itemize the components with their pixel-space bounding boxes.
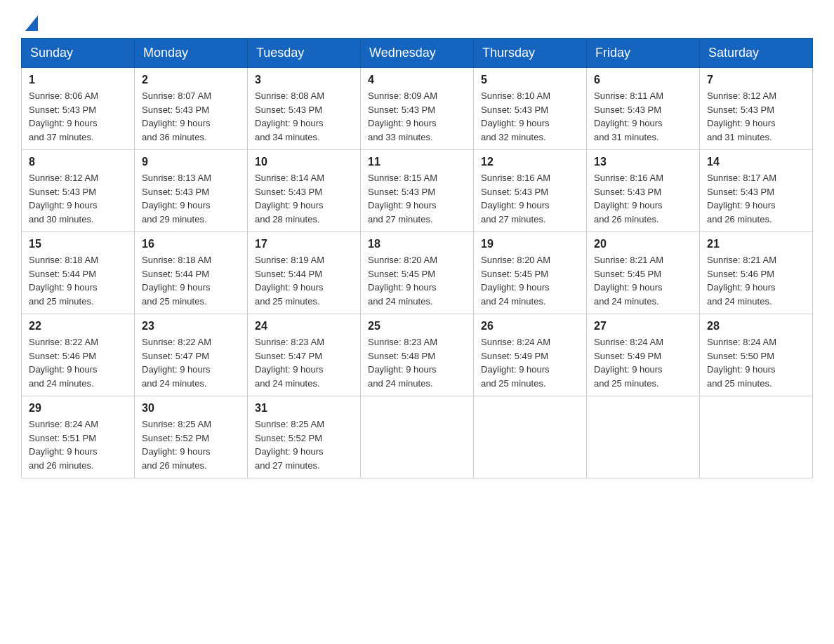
- day-info: Sunrise: 8:24 AMSunset: 5:50 PMDaylight:…: [707, 335, 805, 390]
- calendar-cell: 17 Sunrise: 8:19 AMSunset: 5:44 PMDaylig…: [248, 232, 361, 314]
- calendar-cell: 13 Sunrise: 8:16 AMSunset: 5:43 PMDaylig…: [587, 150, 700, 232]
- day-number: 28: [707, 320, 805, 333]
- day-number: 18: [368, 238, 466, 250]
- calendar-cell: 16 Sunrise: 8:18 AMSunset: 5:44 PMDaylig…: [135, 232, 248, 314]
- calendar-cell: 9 Sunrise: 8:13 AMSunset: 5:43 PMDayligh…: [135, 150, 248, 232]
- day-number: 22: [29, 320, 127, 333]
- day-number: 30: [142, 402, 240, 415]
- column-header-monday: Monday: [135, 39, 248, 68]
- page-header: [21, 14, 813, 25]
- day-info: Sunrise: 8:16 AMSunset: 5:43 PMDaylight:…: [481, 171, 579, 226]
- day-info: Sunrise: 8:21 AMSunset: 5:46 PMDaylight:…: [707, 253, 805, 308]
- calendar-week-5: 29 Sunrise: 8:24 AMSunset: 5:51 PMDaylig…: [22, 396, 813, 478]
- day-number: 5: [481, 74, 579, 86]
- day-info: Sunrise: 8:24 AMSunset: 5:51 PMDaylight:…: [29, 417, 127, 472]
- calendar-cell: [361, 396, 474, 478]
- day-info: Sunrise: 8:19 AMSunset: 5:44 PMDaylight:…: [255, 253, 353, 308]
- day-info: Sunrise: 8:18 AMSunset: 5:44 PMDaylight:…: [142, 253, 240, 308]
- column-header-sunday: Sunday: [22, 39, 135, 68]
- day-info: Sunrise: 8:12 AMSunset: 5:43 PMDaylight:…: [707, 89, 805, 144]
- day-number: 2: [142, 74, 240, 86]
- calendar-cell: 30 Sunrise: 8:25 AMSunset: 5:52 PMDaylig…: [135, 396, 248, 478]
- calendar-week-4: 22 Sunrise: 8:22 AMSunset: 5:46 PMDaylig…: [22, 314, 813, 396]
- column-header-wednesday: Wednesday: [361, 39, 474, 68]
- day-number: 23: [142, 320, 240, 333]
- day-number: 6: [594, 74, 692, 86]
- day-info: Sunrise: 8:24 AMSunset: 5:49 PMDaylight:…: [481, 335, 579, 390]
- day-info: Sunrise: 8:10 AMSunset: 5:43 PMDaylight:…: [481, 89, 579, 144]
- day-number: 4: [368, 74, 466, 86]
- calendar-cell: 3 Sunrise: 8:08 AMSunset: 5:43 PMDayligh…: [248, 68, 361, 150]
- calendar-cell: 7 Sunrise: 8:12 AMSunset: 5:43 PMDayligh…: [700, 68, 813, 150]
- calendar-cell: [474, 396, 587, 478]
- day-number: 24: [255, 320, 353, 333]
- day-number: 25: [368, 320, 466, 333]
- day-number: 15: [29, 238, 127, 250]
- day-number: 17: [255, 238, 353, 250]
- calendar-cell: 26 Sunrise: 8:24 AMSunset: 5:49 PMDaylig…: [474, 314, 587, 396]
- day-info: Sunrise: 8:07 AMSunset: 5:43 PMDaylight:…: [142, 89, 240, 144]
- calendar-cell: 12 Sunrise: 8:16 AMSunset: 5:43 PMDaylig…: [474, 150, 587, 232]
- day-info: Sunrise: 8:12 AMSunset: 5:43 PMDaylight:…: [29, 171, 127, 226]
- day-info: Sunrise: 8:06 AMSunset: 5:43 PMDaylight:…: [29, 89, 127, 144]
- calendar-week-1: 1 Sunrise: 8:06 AMSunset: 5:43 PMDayligh…: [22, 68, 813, 150]
- day-info: Sunrise: 8:09 AMSunset: 5:43 PMDaylight:…: [368, 89, 466, 144]
- calendar-cell: [700, 396, 813, 478]
- calendar-cell: 18 Sunrise: 8:20 AMSunset: 5:45 PMDaylig…: [361, 232, 474, 314]
- calendar-cell: 28 Sunrise: 8:24 AMSunset: 5:50 PMDaylig…: [700, 314, 813, 396]
- day-number: 3: [255, 74, 353, 86]
- calendar-cell: 19 Sunrise: 8:20 AMSunset: 5:45 PMDaylig…: [474, 232, 587, 314]
- calendar-cell: 14 Sunrise: 8:17 AMSunset: 5:43 PMDaylig…: [700, 150, 813, 232]
- day-number: 31: [255, 402, 353, 415]
- calendar-cell: 2 Sunrise: 8:07 AMSunset: 5:43 PMDayligh…: [135, 68, 248, 150]
- logo-flag-icon: [25, 15, 38, 31]
- calendar-cell: 21 Sunrise: 8:21 AMSunset: 5:46 PMDaylig…: [700, 232, 813, 314]
- calendar-cell: [587, 396, 700, 478]
- logo: [21, 14, 38, 25]
- day-info: Sunrise: 8:23 AMSunset: 5:48 PMDaylight:…: [368, 335, 466, 390]
- day-info: Sunrise: 8:22 AMSunset: 5:46 PMDaylight:…: [29, 335, 127, 390]
- day-number: 10: [255, 156, 353, 168]
- day-number: 21: [707, 238, 805, 250]
- day-info: Sunrise: 8:14 AMSunset: 5:43 PMDaylight:…: [255, 171, 353, 226]
- column-header-thursday: Thursday: [474, 39, 587, 68]
- calendar-week-3: 15 Sunrise: 8:18 AMSunset: 5:44 PMDaylig…: [22, 232, 813, 314]
- day-info: Sunrise: 8:23 AMSunset: 5:47 PMDaylight:…: [255, 335, 353, 390]
- day-info: Sunrise: 8:22 AMSunset: 5:47 PMDaylight:…: [142, 335, 240, 390]
- day-number: 16: [142, 238, 240, 250]
- calendar-header-row: SundayMondayTuesdayWednesdayThursdayFrid…: [22, 39, 813, 68]
- day-info: Sunrise: 8:08 AMSunset: 5:43 PMDaylight:…: [255, 89, 353, 144]
- calendar-week-2: 8 Sunrise: 8:12 AMSunset: 5:43 PMDayligh…: [22, 150, 813, 232]
- day-info: Sunrise: 8:13 AMSunset: 5:43 PMDaylight:…: [142, 171, 240, 226]
- day-info: Sunrise: 8:15 AMSunset: 5:43 PMDaylight:…: [368, 171, 466, 226]
- day-info: Sunrise: 8:25 AMSunset: 5:52 PMDaylight:…: [255, 417, 353, 472]
- calendar-cell: 22 Sunrise: 8:22 AMSunset: 5:46 PMDaylig…: [22, 314, 135, 396]
- day-number: 29: [29, 402, 127, 415]
- column-header-saturday: Saturday: [700, 39, 813, 68]
- calendar-cell: 25 Sunrise: 8:23 AMSunset: 5:48 PMDaylig…: [361, 314, 474, 396]
- day-info: Sunrise: 8:24 AMSunset: 5:49 PMDaylight:…: [594, 335, 692, 390]
- day-info: Sunrise: 8:21 AMSunset: 5:45 PMDaylight:…: [594, 253, 692, 308]
- calendar-cell: 10 Sunrise: 8:14 AMSunset: 5:43 PMDaylig…: [248, 150, 361, 232]
- calendar-cell: 15 Sunrise: 8:18 AMSunset: 5:44 PMDaylig…: [22, 232, 135, 314]
- calendar-cell: 24 Sunrise: 8:23 AMSunset: 5:47 PMDaylig…: [248, 314, 361, 396]
- calendar-cell: 31 Sunrise: 8:25 AMSunset: 5:52 PMDaylig…: [248, 396, 361, 478]
- calendar-cell: 4 Sunrise: 8:09 AMSunset: 5:43 PMDayligh…: [361, 68, 474, 150]
- calendar-cell: 8 Sunrise: 8:12 AMSunset: 5:43 PMDayligh…: [22, 150, 135, 232]
- day-info: Sunrise: 8:18 AMSunset: 5:44 PMDaylight:…: [29, 253, 127, 308]
- day-number: 20: [594, 238, 692, 250]
- column-header-tuesday: Tuesday: [248, 39, 361, 68]
- day-info: Sunrise: 8:16 AMSunset: 5:43 PMDaylight:…: [594, 171, 692, 226]
- day-info: Sunrise: 8:20 AMSunset: 5:45 PMDaylight:…: [368, 253, 466, 308]
- day-number: 7: [707, 74, 805, 86]
- day-info: Sunrise: 8:25 AMSunset: 5:52 PMDaylight:…: [142, 417, 240, 472]
- calendar-cell: 23 Sunrise: 8:22 AMSunset: 5:47 PMDaylig…: [135, 314, 248, 396]
- day-info: Sunrise: 8:17 AMSunset: 5:43 PMDaylight:…: [707, 171, 805, 226]
- calendar-cell: 11 Sunrise: 8:15 AMSunset: 5:43 PMDaylig…: [361, 150, 474, 232]
- day-number: 1: [29, 74, 127, 86]
- day-number: 26: [481, 320, 579, 333]
- column-header-friday: Friday: [587, 39, 700, 68]
- calendar-cell: 1 Sunrise: 8:06 AMSunset: 5:43 PMDayligh…: [22, 68, 135, 150]
- calendar-cell: 6 Sunrise: 8:11 AMSunset: 5:43 PMDayligh…: [587, 68, 700, 150]
- day-number: 9: [142, 156, 240, 168]
